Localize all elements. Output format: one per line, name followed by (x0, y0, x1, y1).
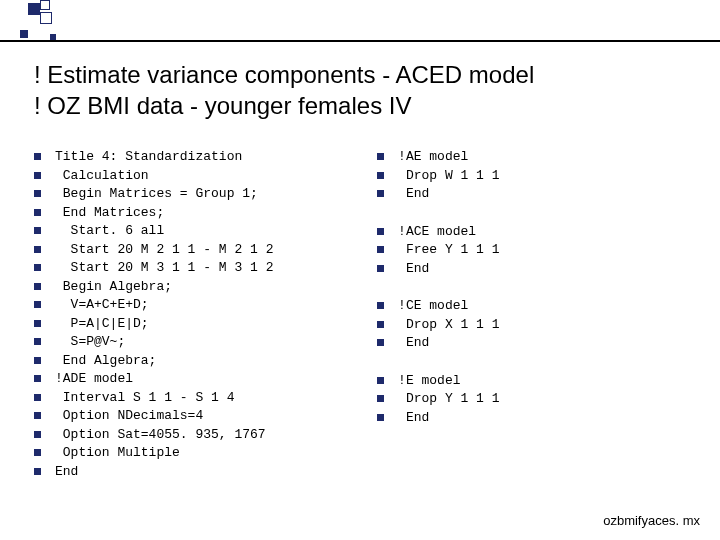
list-item: Drop Y 1 1 1 (377, 390, 700, 407)
spacer (377, 204, 700, 223)
svg-rect-10 (34, 338, 41, 345)
bullet-icon (377, 414, 384, 421)
list-item: Drop W 1 1 1 (377, 167, 700, 184)
svg-rect-20 (377, 190, 384, 197)
bullet-icon (34, 301, 41, 308)
code-line: S=P@V~; (55, 333, 125, 350)
svg-rect-18 (377, 153, 384, 160)
list-item: End Algebra; (34, 352, 347, 369)
list-item: P=A|C|E|D; (34, 315, 347, 332)
list-item: V=A+C+E+D; (34, 296, 347, 313)
code-line: Interval S 1 1 - S 1 4 (55, 389, 234, 406)
bullet-icon (34, 172, 41, 179)
bullet-icon (377, 265, 384, 272)
bullet-icon (34, 394, 41, 401)
slide: ! Estimate variance components - ACED mo… (0, 0, 720, 540)
svg-rect-4 (34, 227, 41, 234)
svg-rect-14 (34, 412, 41, 419)
code-line: End Algebra; (55, 352, 156, 369)
list-item: Start. 6 all (34, 222, 347, 239)
list-item: End (377, 260, 700, 277)
bullet-icon (377, 321, 384, 328)
list-item: Option NDecimals=4 (34, 407, 347, 424)
bullet-icon (34, 449, 41, 456)
svg-rect-15 (34, 431, 41, 438)
bullet-icon (34, 264, 41, 271)
code-line: V=A+C+E+D; (55, 296, 149, 313)
horizontal-rule (0, 40, 720, 42)
svg-rect-8 (34, 301, 41, 308)
bullet-icon (377, 172, 384, 179)
svg-rect-16 (34, 449, 41, 456)
square-icon (20, 30, 28, 38)
code-line: End Matrices; (55, 204, 164, 221)
slide-title: ! Estimate variance components - ACED mo… (34, 60, 700, 121)
list-item: Interval S 1 1 - S 1 4 (34, 389, 347, 406)
bullet-icon (377, 339, 384, 346)
bullet-icon (34, 375, 41, 382)
left-column: Title 4: Standardization Calculation Beg… (34, 148, 347, 530)
svg-rect-3 (34, 209, 41, 216)
list-item: End (377, 409, 700, 426)
bullet-icon (34, 153, 41, 160)
code-line: Option Sat=4055. 935, 1767 (55, 426, 266, 443)
bullet-icon (34, 227, 41, 234)
bullet-icon (34, 412, 41, 419)
list-item: !AE model (377, 148, 700, 165)
code-line: Start 20 M 2 1 1 - M 2 1 2 (55, 241, 273, 258)
bullet-icon (34, 357, 41, 364)
svg-rect-29 (377, 414, 384, 421)
svg-rect-24 (377, 302, 384, 309)
bullet-icon (377, 228, 384, 235)
code-line: !ACE model (398, 223, 476, 240)
list-item: Start 20 M 2 1 1 - M 2 1 2 (34, 241, 347, 258)
list-item: Option Multiple (34, 444, 347, 461)
list-item: End Matrices; (34, 204, 347, 221)
list-item: Start 20 M 3 1 1 - M 3 1 2 (34, 259, 347, 276)
list-item: End (34, 463, 347, 480)
code-line: Drop W 1 1 1 (398, 167, 499, 184)
svg-rect-13 (34, 394, 41, 401)
list-item: !E model (377, 372, 700, 389)
code-line: Drop X 1 1 1 (398, 316, 499, 333)
list-item: Option Sat=4055. 935, 1767 (34, 426, 347, 443)
svg-rect-28 (377, 395, 384, 402)
svg-rect-26 (377, 339, 384, 346)
bullet-icon (377, 302, 384, 309)
bullet-icon (34, 338, 41, 345)
slide-content: Title 4: Standardization Calculation Beg… (34, 148, 700, 530)
bullet-icon (377, 395, 384, 402)
svg-rect-0 (34, 153, 41, 160)
list-item: End (377, 334, 700, 351)
bullet-icon (377, 246, 384, 253)
code-line: !AE model (398, 148, 468, 165)
code-line: !E model (398, 372, 460, 389)
svg-rect-17 (34, 468, 41, 475)
svg-rect-22 (377, 246, 384, 253)
bullet-icon (377, 190, 384, 197)
right-column: ozbmifyaces. mx !AE model Drop W 1 1 1 E… (377, 148, 700, 530)
bullet-icon (34, 209, 41, 216)
code-line: Begin Matrices = Group 1; (55, 185, 258, 202)
code-line: End (398, 334, 429, 351)
footer-note: ozbmifyaces. mx (603, 513, 700, 528)
list-item: End (377, 185, 700, 202)
code-line: Drop Y 1 1 1 (398, 390, 499, 407)
code-line: End (398, 260, 429, 277)
svg-rect-27 (377, 377, 384, 384)
list-item: !CE model (377, 297, 700, 314)
code-line: Calculation (55, 167, 149, 184)
bullet-icon (34, 283, 41, 290)
list-item: Title 4: Standardization (34, 148, 347, 165)
list-item: Begin Algebra; (34, 278, 347, 295)
bullet-icon (34, 190, 41, 197)
bullet-icon (34, 320, 41, 327)
list-item: Drop X 1 1 1 (377, 316, 700, 333)
list-item: !ADE model (34, 370, 347, 387)
title-line-2: ! OZ BMI data - younger females IV (34, 92, 411, 119)
svg-rect-2 (34, 190, 41, 197)
svg-rect-5 (34, 246, 41, 253)
svg-rect-19 (377, 172, 384, 179)
code-line: Option NDecimals=4 (55, 407, 203, 424)
slide-header-decoration (0, 0, 720, 44)
